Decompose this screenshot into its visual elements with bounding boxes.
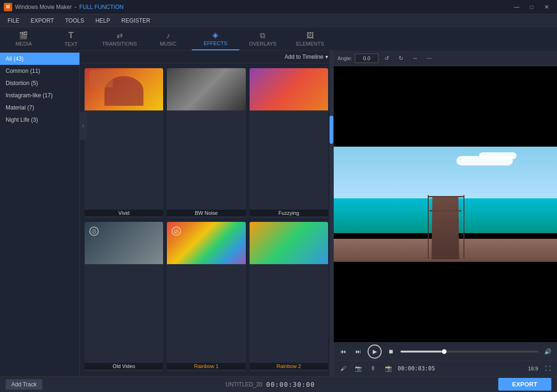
angle-input[interactable] xyxy=(355,54,378,63)
menu-help[interactable]: HELP xyxy=(90,16,116,26)
category-panel: All (43) Common (11) Distortion (5) Inst… xyxy=(0,51,80,376)
transitions-icon: ⇄ xyxy=(117,31,123,40)
minimize-button[interactable]: — xyxy=(510,2,523,12)
separator: - xyxy=(75,4,77,10)
effects-grid: Vivid BW Noise Fuzzying xyxy=(80,63,333,376)
current-time-display: 00:00:03:05 xyxy=(398,365,435,372)
close-button[interactable]: ✕ xyxy=(540,2,553,12)
full-function-label: FULL FUNCTION xyxy=(79,4,124,10)
media-icon: 🎬 xyxy=(19,31,28,40)
tab-text-label: TEXT xyxy=(64,41,78,47)
add-to-timeline-button[interactable]: Add to Timeline ▾ xyxy=(284,54,328,60)
effect-vivid-label: Vivid xyxy=(85,210,163,216)
preview-pier-plank3 xyxy=(432,221,459,223)
effect-rainbow2[interactable]: Rainbow 2 xyxy=(250,222,328,372)
paint-tool-button[interactable]: 🖌 xyxy=(337,363,349,374)
tab-music-label: MUSIC xyxy=(160,41,176,47)
progress-bar[interactable] xyxy=(400,351,538,353)
project-name: UNTITLED_20 xyxy=(226,381,263,388)
menu-tools[interactable]: TOOLS xyxy=(59,16,89,26)
skip-start-button[interactable]: ⏮ xyxy=(337,346,349,357)
effects-header: Add to Timeline ▾ xyxy=(80,51,333,63)
tab-elements[interactable]: 🖼 ELEMENTS xyxy=(286,27,334,50)
more-options-button[interactable]: ⋯ xyxy=(424,53,435,64)
collapse-panel-button[interactable]: ‹ xyxy=(79,112,87,140)
category-distortion[interactable]: Distortion (5) xyxy=(0,77,79,89)
total-timecode: 00:00:30:00 xyxy=(266,381,315,388)
preview-cloud2 xyxy=(479,152,517,159)
menubar: FILE EXPORT TOOLS HELP REGISTER xyxy=(0,14,557,27)
effect-bwnoise-label: BW Noise xyxy=(167,210,245,216)
tab-transitions[interactable]: ⇄ TRANSITIONS xyxy=(94,27,144,50)
mic-tool-button[interactable]: 🎙 xyxy=(368,363,379,374)
effect-fuzzying-label: Fuzzying xyxy=(250,210,328,216)
angle-label: Angle: xyxy=(337,55,352,61)
effect-oldvideo[interactable]: ⊘ Old Video xyxy=(85,222,163,372)
effect-rainbow1[interactable]: ⊘ Rainbow 1 xyxy=(167,222,245,372)
effect-vivid[interactable]: Vivid xyxy=(85,68,163,218)
playback-controls: ⏮ ⏭ ▶ ⏹ 🔊 xyxy=(334,342,557,361)
category-instagram[interactable]: Instagram-like (17) xyxy=(0,89,79,102)
tab-overlays-label: OVERLAYS xyxy=(249,41,277,47)
stop-button[interactable]: ⏹ xyxy=(385,346,397,357)
tab-text[interactable]: T TEXT xyxy=(47,27,95,50)
preview-panel: Angle: ↺ ↻ ↔ ⋯ xyxy=(334,51,557,376)
preview-toolbar: Angle: ↺ ↻ ↔ ⋯ xyxy=(334,51,557,66)
effect-fuzzying[interactable]: Fuzzying xyxy=(250,68,328,218)
add-track-button[interactable]: Add Track xyxy=(6,379,42,390)
effect-rainbow2-label: Rainbow 2 xyxy=(250,363,328,369)
timecode-area: UNTITLED_20 00:00:30:00 xyxy=(226,381,315,388)
progress-fill xyxy=(400,351,442,353)
preview-rail-right xyxy=(463,195,464,259)
tab-effects[interactable]: ◈ EFFECTS xyxy=(192,27,239,50)
titlebar: M Windows Movie Maker - FULL FUNCTION — … xyxy=(0,0,557,14)
camera-tool-button[interactable]: 📷 xyxy=(353,363,364,374)
effects-scrollbar-thumb[interactable] xyxy=(329,116,333,144)
play-button[interactable]: ▶ xyxy=(368,345,382,359)
tab-bar: 🎬 MEDIA T TEXT ⇄ TRANSITIONS ♪ MUSIC ◈ E… xyxy=(0,27,334,51)
preview-area xyxy=(334,66,557,342)
overlays-icon: ⧉ xyxy=(260,31,265,40)
app-name: Windows Movie Maker xyxy=(15,4,72,10)
effects-scrollbar[interactable] xyxy=(329,51,333,376)
tab-elements-label: ELEMENTS xyxy=(296,41,324,47)
app-logo: M xyxy=(4,3,12,11)
tab-transitions-label: TRANSITIONS xyxy=(102,41,137,47)
tab-effects-label: EFFECTS xyxy=(204,40,227,46)
effect-bwnoise[interactable]: BW Noise xyxy=(167,68,245,218)
window-controls: — □ ✕ xyxy=(510,2,553,12)
menu-export[interactable]: EXPORT xyxy=(25,16,59,26)
preview-rail-left xyxy=(428,195,429,259)
preview-sky xyxy=(334,147,557,198)
rotate-left-button[interactable]: ↺ xyxy=(381,53,392,64)
text-icon: T xyxy=(69,31,74,40)
tab-music[interactable]: ♪ MUSIC xyxy=(144,27,192,50)
effects-icon: ◈ xyxy=(212,31,218,39)
aspect-ratio-display: 16:9 xyxy=(528,366,538,371)
elements-icon: 🖼 xyxy=(306,31,314,40)
music-icon: ♪ xyxy=(166,31,170,40)
preview-pier-plank1 xyxy=(428,196,463,197)
tab-media[interactable]: 🎬 MEDIA xyxy=(0,27,47,50)
prev-frame-button[interactable]: ⏭ xyxy=(353,346,364,357)
fullscreen-button[interactable]: ⛶ xyxy=(542,363,553,374)
category-material[interactable]: Material (7) xyxy=(0,102,79,114)
category-list: All (43) Common (11) Distortion (5) Inst… xyxy=(0,51,79,376)
effects-panel: Add to Timeline ▾ Vivid xyxy=(80,51,333,376)
screenshot-tool-button[interactable]: 📸 xyxy=(383,363,394,374)
flip-button[interactable]: ↔ xyxy=(409,53,421,64)
add-timeline-label: Add to Timeline xyxy=(284,54,323,60)
progress-thumb xyxy=(442,349,447,354)
tab-media-label: MEDIA xyxy=(16,41,32,47)
volume-button[interactable]: 🔊 xyxy=(542,346,553,357)
effect-rainbow1-label: Rainbow 1 xyxy=(167,363,245,369)
category-nightlife[interactable]: Night Life (3) xyxy=(0,114,79,126)
export-button[interactable]: EXPORT xyxy=(498,378,551,391)
tab-overlays[interactable]: ⧉ OVERLAYS xyxy=(239,27,287,50)
rotate-right-button[interactable]: ↻ xyxy=(395,53,407,64)
menu-file[interactable]: FILE xyxy=(2,16,25,26)
category-common[interactable]: Common (11) xyxy=(0,65,79,77)
menu-register[interactable]: REGISTER xyxy=(116,16,156,26)
category-all[interactable]: All (43) xyxy=(0,53,79,65)
maximize-button[interactable]: □ xyxy=(525,2,538,12)
